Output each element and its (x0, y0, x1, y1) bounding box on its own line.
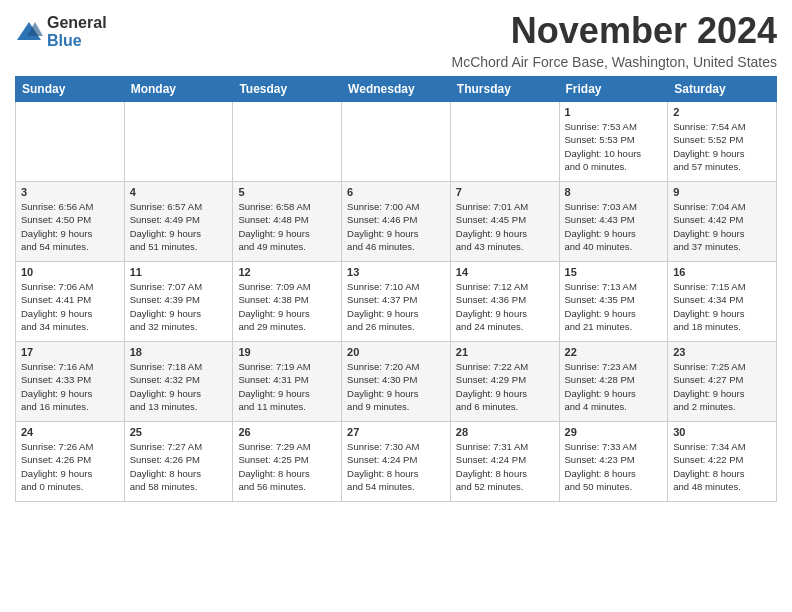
calendar-cell (450, 102, 559, 182)
day-number: 28 (456, 426, 554, 438)
calendar-cell (342, 102, 451, 182)
calendar-cell: 8Sunrise: 7:03 AMSunset: 4:43 PMDaylight… (559, 182, 668, 262)
day-number: 20 (347, 346, 445, 358)
day-info: Sunrise: 7:19 AMSunset: 4:31 PMDaylight:… (238, 360, 336, 413)
day-info: Sunrise: 7:07 AMSunset: 4:39 PMDaylight:… (130, 280, 228, 333)
day-info: Sunrise: 7:20 AMSunset: 4:30 PMDaylight:… (347, 360, 445, 413)
day-number: 29 (565, 426, 663, 438)
logo-text: General Blue (47, 14, 107, 49)
day-info: Sunrise: 7:54 AMSunset: 5:52 PMDaylight:… (673, 120, 771, 173)
day-number: 24 (21, 426, 119, 438)
day-number: 16 (673, 266, 771, 278)
calendar-cell: 19Sunrise: 7:19 AMSunset: 4:31 PMDayligh… (233, 342, 342, 422)
day-number: 18 (130, 346, 228, 358)
calendar-cell: 5Sunrise: 6:58 AMSunset: 4:48 PMDaylight… (233, 182, 342, 262)
day-info: Sunrise: 7:22 AMSunset: 4:29 PMDaylight:… (456, 360, 554, 413)
calendar-week-2: 3Sunrise: 6:56 AMSunset: 4:50 PMDaylight… (16, 182, 777, 262)
day-number: 26 (238, 426, 336, 438)
calendar-cell: 6Sunrise: 7:00 AMSunset: 4:46 PMDaylight… (342, 182, 451, 262)
day-info: Sunrise: 7:33 AMSunset: 4:23 PMDaylight:… (565, 440, 663, 493)
day-info: Sunrise: 6:57 AMSunset: 4:49 PMDaylight:… (130, 200, 228, 253)
day-header-thursday: Thursday (450, 77, 559, 102)
day-header-wednesday: Wednesday (342, 77, 451, 102)
calendar-cell: 9Sunrise: 7:04 AMSunset: 4:42 PMDaylight… (668, 182, 777, 262)
day-info: Sunrise: 7:16 AMSunset: 4:33 PMDaylight:… (21, 360, 119, 413)
calendar-cell: 26Sunrise: 7:29 AMSunset: 4:25 PMDayligh… (233, 422, 342, 502)
calendar-cell: 7Sunrise: 7:01 AMSunset: 4:45 PMDaylight… (450, 182, 559, 262)
calendar-week-3: 10Sunrise: 7:06 AMSunset: 4:41 PMDayligh… (16, 262, 777, 342)
calendar-cell: 3Sunrise: 6:56 AMSunset: 4:50 PMDaylight… (16, 182, 125, 262)
calendar-cell: 18Sunrise: 7:18 AMSunset: 4:32 PMDayligh… (124, 342, 233, 422)
calendar-cell: 2Sunrise: 7:54 AMSunset: 5:52 PMDaylight… (668, 102, 777, 182)
day-info: Sunrise: 7:10 AMSunset: 4:37 PMDaylight:… (347, 280, 445, 333)
calendar-body: 1Sunrise: 7:53 AMSunset: 5:53 PMDaylight… (16, 102, 777, 502)
day-header-sunday: Sunday (16, 77, 125, 102)
day-info: Sunrise: 7:26 AMSunset: 4:26 PMDaylight:… (21, 440, 119, 493)
day-number: 25 (130, 426, 228, 438)
logo: General Blue (15, 14, 107, 49)
day-number: 19 (238, 346, 336, 358)
logo-blue: Blue (47, 32, 107, 50)
day-header-monday: Monday (124, 77, 233, 102)
day-number: 30 (673, 426, 771, 438)
calendar-cell: 11Sunrise: 7:07 AMSunset: 4:39 PMDayligh… (124, 262, 233, 342)
day-info: Sunrise: 6:58 AMSunset: 4:48 PMDaylight:… (238, 200, 336, 253)
day-number: 15 (565, 266, 663, 278)
calendar-cell: 16Sunrise: 7:15 AMSunset: 4:34 PMDayligh… (668, 262, 777, 342)
day-number: 5 (238, 186, 336, 198)
day-info: Sunrise: 7:01 AMSunset: 4:45 PMDaylight:… (456, 200, 554, 253)
calendar-cell: 14Sunrise: 7:12 AMSunset: 4:36 PMDayligh… (450, 262, 559, 342)
day-info: Sunrise: 6:56 AMSunset: 4:50 PMDaylight:… (21, 200, 119, 253)
logo-icon (15, 18, 43, 46)
day-info: Sunrise: 7:00 AMSunset: 4:46 PMDaylight:… (347, 200, 445, 253)
calendar-cell: 15Sunrise: 7:13 AMSunset: 4:35 PMDayligh… (559, 262, 668, 342)
day-number: 1 (565, 106, 663, 118)
calendar-cell (16, 102, 125, 182)
day-number: 23 (673, 346, 771, 358)
day-header-saturday: Saturday (668, 77, 777, 102)
calendar-week-4: 17Sunrise: 7:16 AMSunset: 4:33 PMDayligh… (16, 342, 777, 422)
day-number: 10 (21, 266, 119, 278)
day-info: Sunrise: 7:04 AMSunset: 4:42 PMDaylight:… (673, 200, 771, 253)
day-info: Sunrise: 7:03 AMSunset: 4:43 PMDaylight:… (565, 200, 663, 253)
header-row: SundayMondayTuesdayWednesdayThursdayFrid… (16, 77, 777, 102)
calendar-cell: 12Sunrise: 7:09 AMSunset: 4:38 PMDayligh… (233, 262, 342, 342)
day-info: Sunrise: 7:23 AMSunset: 4:28 PMDaylight:… (565, 360, 663, 413)
page-header: General Blue November 2024 McChord Air F… (15, 10, 777, 70)
day-number: 7 (456, 186, 554, 198)
calendar-cell: 23Sunrise: 7:25 AMSunset: 4:27 PMDayligh… (668, 342, 777, 422)
calendar-cell: 27Sunrise: 7:30 AMSunset: 4:24 PMDayligh… (342, 422, 451, 502)
calendar-cell (233, 102, 342, 182)
calendar-cell: 28Sunrise: 7:31 AMSunset: 4:24 PMDayligh… (450, 422, 559, 502)
month-title: November 2024 (451, 10, 777, 52)
day-info: Sunrise: 7:34 AMSunset: 4:22 PMDaylight:… (673, 440, 771, 493)
day-number: 4 (130, 186, 228, 198)
day-info: Sunrise: 7:25 AMSunset: 4:27 PMDaylight:… (673, 360, 771, 413)
day-number: 9 (673, 186, 771, 198)
calendar-cell: 13Sunrise: 7:10 AMSunset: 4:37 PMDayligh… (342, 262, 451, 342)
day-info: Sunrise: 7:30 AMSunset: 4:24 PMDaylight:… (347, 440, 445, 493)
day-number: 3 (21, 186, 119, 198)
day-header-friday: Friday (559, 77, 668, 102)
day-header-tuesday: Tuesday (233, 77, 342, 102)
day-number: 2 (673, 106, 771, 118)
day-number: 11 (130, 266, 228, 278)
day-info: Sunrise: 7:18 AMSunset: 4:32 PMDaylight:… (130, 360, 228, 413)
day-number: 13 (347, 266, 445, 278)
day-number: 8 (565, 186, 663, 198)
calendar-cell: 29Sunrise: 7:33 AMSunset: 4:23 PMDayligh… (559, 422, 668, 502)
calendar-cell: 22Sunrise: 7:23 AMSunset: 4:28 PMDayligh… (559, 342, 668, 422)
calendar-week-1: 1Sunrise: 7:53 AMSunset: 5:53 PMDaylight… (16, 102, 777, 182)
calendar-cell: 20Sunrise: 7:20 AMSunset: 4:30 PMDayligh… (342, 342, 451, 422)
calendar-cell: 10Sunrise: 7:06 AMSunset: 4:41 PMDayligh… (16, 262, 125, 342)
day-number: 12 (238, 266, 336, 278)
calendar-cell: 25Sunrise: 7:27 AMSunset: 4:26 PMDayligh… (124, 422, 233, 502)
day-info: Sunrise: 7:31 AMSunset: 4:24 PMDaylight:… (456, 440, 554, 493)
title-section: November 2024 McChord Air Force Base, Wa… (451, 10, 777, 70)
day-number: 17 (21, 346, 119, 358)
day-number: 21 (456, 346, 554, 358)
day-info: Sunrise: 7:27 AMSunset: 4:26 PMDaylight:… (130, 440, 228, 493)
calendar-week-5: 24Sunrise: 7:26 AMSunset: 4:26 PMDayligh… (16, 422, 777, 502)
day-number: 27 (347, 426, 445, 438)
day-info: Sunrise: 7:29 AMSunset: 4:25 PMDaylight:… (238, 440, 336, 493)
